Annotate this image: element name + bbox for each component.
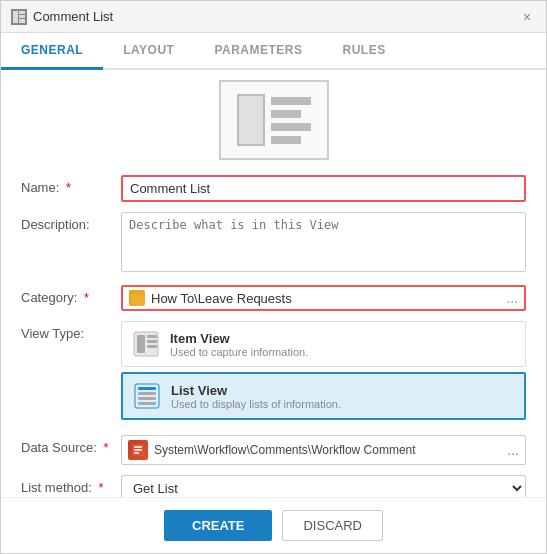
title-bar: Comment List × [1,1,546,33]
tab-parameters[interactable]: PARAMETERS [194,33,322,70]
item-view-desc: Used to capture information. [170,346,308,358]
close-button[interactable]: × [518,8,536,26]
preview-line-3 [271,123,311,131]
svg-rect-1 [19,11,25,14]
preview-line-2 [271,110,301,118]
list-view-info: List View Used to display lists of infor… [171,383,341,410]
viewtype-row: View Type: Item View [21,321,526,425]
description-field-wrapper [121,212,526,275]
category-selector[interactable]: How To\Leave Requests ... [121,285,526,311]
datasource-selector[interactable]: System\Workflow\Comments\Workflow Commen… [121,435,526,465]
svg-rect-15 [134,446,142,448]
svg-rect-12 [138,397,156,400]
tab-general[interactable]: GENERAL [1,33,103,70]
name-required: * [66,180,71,195]
list-view-title: List View [171,383,341,398]
listmethod-select[interactable]: Get List [121,475,526,497]
datasource-field-wrapper: System\Workflow\Comments\Workflow Commen… [121,435,526,465]
category-dots-button[interactable]: ... [506,290,518,306]
form-content: Name: * Description: Category: * [1,70,546,497]
svg-rect-3 [19,19,25,23]
listmethod-required: * [98,480,103,495]
svg-rect-5 [137,335,145,353]
category-field-wrapper: How To\Leave Requests ... [121,285,526,311]
listmethod-row: List method: * Get List [21,475,526,497]
svg-rect-0 [13,11,18,23]
svg-rect-16 [134,449,142,451]
preview-left-block [237,94,265,146]
svg-rect-11 [138,392,156,395]
name-field-wrapper [121,175,526,202]
preview-line-1 [271,97,311,105]
item-view-title: Item View [170,331,308,346]
viewtype-options: Item View Used to capture information. [121,321,526,425]
list-view-icon [133,382,161,410]
datasource-dots-button[interactable]: ... [507,442,519,458]
datasource-required: * [104,440,109,455]
datasource-row: Data Source: * System\Workflow\Comments\… [21,435,526,465]
category-folder-icon [129,290,145,306]
name-label: Name: * [21,175,121,195]
footer: CREATE DISCARD [1,497,546,553]
name-input[interactable] [121,175,526,202]
svg-rect-2 [19,15,25,18]
viewtype-label: View Type: [21,321,121,341]
preview-right-block [271,94,311,146]
list-view-option[interactable]: List View Used to display lists of infor… [121,372,526,420]
item-view-icon [132,330,160,358]
listmethod-field-wrapper: Get List [121,475,526,497]
svg-rect-13 [138,402,156,405]
description-label: Description: [21,212,121,232]
preview-line-4 [271,136,301,144]
category-value: How To\Leave Requests [151,291,506,306]
item-view-info: Item View Used to capture information. [170,331,308,358]
view-preview [219,80,329,160]
window-title: Comment List [33,9,113,24]
main-window: Comment List × GENERAL LAYOUT PARAMETERS… [0,0,547,554]
svg-rect-8 [147,345,157,348]
listmethod-label: List method: * [21,475,121,495]
datasource-value: System\Workflow\Comments\Workflow Commen… [154,443,507,457]
tab-bar: GENERAL LAYOUT PARAMETERS RULES [1,33,546,70]
datasource-icon [128,440,148,460]
tab-layout[interactable]: LAYOUT [103,33,194,70]
svg-rect-10 [138,387,156,390]
description-input[interactable] [121,212,526,272]
svg-rect-6 [147,335,157,338]
name-row: Name: * [21,175,526,202]
window-icon [11,9,27,25]
title-bar-left: Comment List [11,9,113,25]
create-button[interactable]: CREATE [164,510,272,541]
svg-rect-17 [134,452,139,454]
svg-rect-7 [147,340,157,343]
tab-rules[interactable]: RULES [323,33,406,70]
description-row: Description: [21,212,526,275]
discard-button[interactable]: DISCARD [282,510,383,541]
item-view-option[interactable]: Item View Used to capture information. [121,321,526,367]
datasource-label: Data Source: * [21,435,121,455]
category-required: * [84,290,89,305]
category-label: Category: * [21,285,121,305]
list-view-desc: Used to display lists of information. [171,398,341,410]
category-row: Category: * How To\Leave Requests ... [21,285,526,311]
